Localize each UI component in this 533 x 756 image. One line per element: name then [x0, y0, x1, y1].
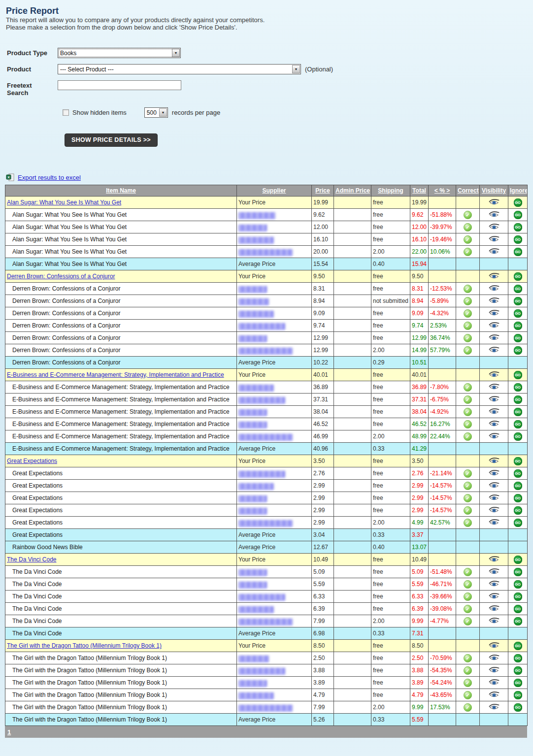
- supplier-link-redacted[interactable]: [238, 385, 274, 391]
- ignore-go-button[interactable]: GO: [514, 211, 522, 219]
- sort-supplier[interactable]: Supplier: [262, 187, 286, 194]
- visibility-eye-icon[interactable]: [489, 482, 500, 490]
- item-name-link[interactable]: Alan Sugar: What You See Is What You Get: [7, 199, 121, 206]
- visibility-eye-icon[interactable]: [489, 383, 500, 392]
- ignore-go-button[interactable]: GO: [514, 605, 522, 613]
- supplier-link-redacted[interactable]: [238, 705, 293, 711]
- ignore-go-button[interactable]: GO: [514, 642, 522, 650]
- ignore-go-button[interactable]: GO: [514, 420, 522, 428]
- ignore-go-button[interactable]: GO: [514, 408, 522, 416]
- item-name-link[interactable]: Great Expectations: [7, 458, 57, 464]
- supplier-link-redacted[interactable]: [238, 668, 285, 674]
- supplier-link-redacted[interactable]: [238, 495, 267, 501]
- sort-shipping[interactable]: Shipping: [378, 187, 403, 194]
- supplier-link-redacted[interactable]: [238, 212, 275, 218]
- ignore-go-button[interactable]: GO: [514, 482, 522, 490]
- ignore-go-button[interactable]: GO: [514, 580, 522, 589]
- supplier-link-redacted[interactable]: [238, 656, 269, 661]
- supplier-link-redacted[interactable]: [238, 397, 285, 403]
- supplier-link-redacted[interactable]: [238, 323, 285, 329]
- ignore-go-button[interactable]: GO: [514, 223, 522, 231]
- visibility-eye-icon[interactable]: [489, 346, 500, 355]
- visibility-eye-icon[interactable]: [489, 691, 500, 699]
- sort-correct[interactable]: Correct: [458, 187, 479, 194]
- supplier-link-redacted[interactable]: [238, 594, 285, 600]
- ignore-go-button[interactable]: GO: [514, 617, 522, 625]
- sort-item-name[interactable]: Item Name: [106, 187, 136, 194]
- visibility-eye-icon[interactable]: [489, 309, 500, 318]
- ignore-go-button[interactable]: GO: [514, 666, 522, 675]
- item-name-link[interactable]: The Girl with the Dragon Tattoo (Millenn…: [7, 642, 162, 649]
- page-link-1[interactable]: 1: [7, 728, 11, 736]
- visibility-eye-icon[interactable]: [489, 519, 500, 527]
- visibility-eye-icon[interactable]: [489, 322, 500, 330]
- supplier-link-redacted[interactable]: [238, 692, 274, 698]
- supplier-link-redacted[interactable]: [238, 606, 274, 612]
- visibility-eye-icon[interactable]: [489, 223, 500, 231]
- supplier-link-redacted[interactable]: [238, 582, 267, 588]
- ignore-go-button[interactable]: GO: [514, 691, 522, 699]
- item-name-link[interactable]: Derren Brown: Confessions of a Conjuror: [7, 273, 115, 280]
- visibility-eye-icon[interactable]: [489, 506, 500, 515]
- visibility-eye-icon[interactable]: [489, 469, 500, 478]
- ignore-go-button[interactable]: GO: [514, 469, 522, 478]
- sort-price[interactable]: Price: [315, 187, 330, 194]
- supplier-link-redacted[interactable]: [238, 619, 293, 625]
- ignore-go-button[interactable]: GO: [514, 506, 522, 515]
- supplier-link-redacted[interactable]: [238, 286, 267, 292]
- visibility-eye-icon[interactable]: [489, 580, 500, 589]
- records-per-page-select[interactable]: 500 ▼: [144, 107, 168, 118]
- item-name-link[interactable]: E-Business and E-Commerce Management: St…: [7, 371, 224, 378]
- product-select[interactable]: --- Select Product --- ▼: [58, 64, 301, 74]
- show-price-details-button[interactable]: SHOW PRICE DETAILS >>: [65, 133, 158, 147]
- ignore-go-button[interactable]: GO: [514, 703, 522, 712]
- supplier-link-redacted[interactable]: [238, 311, 274, 317]
- export-excel-link[interactable]: Export results to excel: [18, 174, 81, 181]
- visibility-eye-icon[interactable]: [489, 272, 500, 281]
- visibility-eye-icon[interactable]: [489, 408, 500, 416]
- supplier-link-redacted[interactable]: [238, 237, 274, 243]
- ignore-go-button[interactable]: GO: [514, 334, 522, 342]
- ignore-go-button[interactable]: GO: [514, 309, 522, 318]
- visibility-eye-icon[interactable]: [489, 248, 500, 256]
- ignore-go-button[interactable]: GO: [514, 494, 522, 502]
- visibility-eye-icon[interactable]: [489, 679, 500, 687]
- visibility-eye-icon[interactable]: [489, 211, 500, 219]
- visibility-eye-icon[interactable]: [489, 235, 500, 244]
- supplier-link-redacted[interactable]: [238, 569, 267, 575]
- ignore-go-button[interactable]: GO: [514, 519, 522, 527]
- sort-visibility[interactable]: Visibility: [482, 187, 506, 194]
- visibility-eye-icon[interactable]: [489, 395, 500, 404]
- ignore-go-button[interactable]: GO: [514, 235, 522, 244]
- ignore-go-button[interactable]: GO: [514, 322, 522, 330]
- supplier-link-redacted[interactable]: [238, 225, 267, 230]
- supplier-link-redacted[interactable]: [238, 520, 293, 526]
- visibility-eye-icon[interactable]: [489, 592, 500, 601]
- sort-total[interactable]: Total: [412, 187, 426, 194]
- visibility-eye-icon[interactable]: [489, 371, 500, 379]
- visibility-eye-icon[interactable]: [489, 285, 500, 293]
- ignore-go-button[interactable]: GO: [514, 272, 522, 281]
- sort-percent[interactable]: < % >: [434, 187, 450, 194]
- ignore-go-button[interactable]: GO: [514, 346, 522, 355]
- visibility-eye-icon[interactable]: [489, 568, 500, 576]
- visibility-eye-icon[interactable]: [489, 617, 500, 625]
- visibility-eye-icon[interactable]: [489, 642, 500, 650]
- supplier-link-redacted[interactable]: [238, 434, 293, 440]
- ignore-go-button[interactable]: GO: [514, 383, 522, 392]
- visibility-eye-icon[interactable]: [489, 297, 500, 305]
- ignore-go-button[interactable]: GO: [514, 592, 522, 601]
- ignore-go-button[interactable]: GO: [514, 432, 522, 441]
- visibility-eye-icon[interactable]: [489, 334, 500, 342]
- visibility-eye-icon[interactable]: [489, 654, 500, 662]
- ignore-go-button[interactable]: GO: [514, 457, 522, 465]
- supplier-link-redacted[interactable]: [238, 508, 267, 514]
- ignore-go-button[interactable]: GO: [514, 395, 522, 404]
- visibility-eye-icon[interactable]: [489, 666, 500, 675]
- ignore-go-button[interactable]: GO: [514, 654, 522, 662]
- ignore-go-button[interactable]: GO: [514, 297, 522, 305]
- ignore-go-button[interactable]: GO: [514, 568, 522, 576]
- visibility-eye-icon[interactable]: [489, 605, 500, 613]
- ignore-go-button[interactable]: GO: [514, 248, 522, 256]
- item-name-link[interactable]: The Da Vinci Code: [7, 556, 57, 563]
